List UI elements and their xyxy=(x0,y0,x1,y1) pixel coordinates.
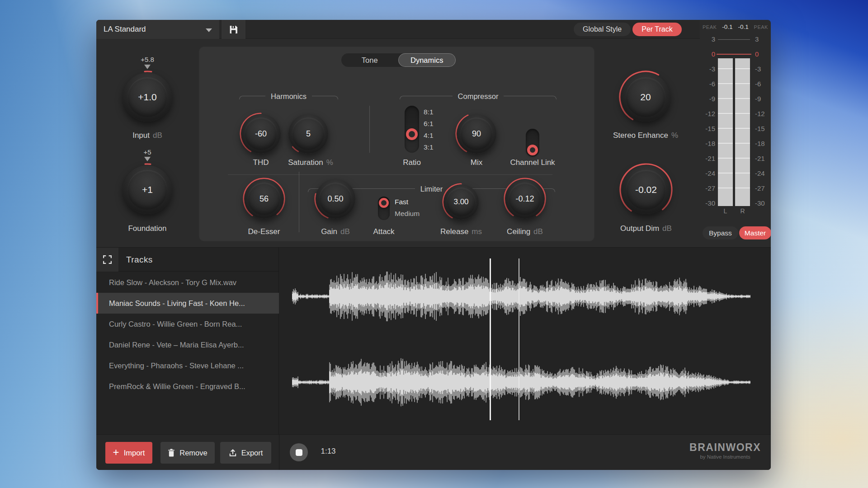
bypass-button[interactable]: Bypass xyxy=(703,226,738,239)
ratio-option[interactable]: 3:1 xyxy=(424,141,443,153)
peak-label-right: PEAK xyxy=(754,24,768,30)
attack-option-medium[interactable]: Medium xyxy=(395,210,420,218)
tab-dynamics[interactable]: Dynamics xyxy=(398,53,456,67)
ratio-option[interactable]: 8:1 xyxy=(424,106,443,118)
tracks-title: Tracks xyxy=(126,248,153,272)
tracks-header: Tracks xyxy=(96,248,279,272)
meter-bar-left xyxy=(718,58,733,206)
meter-scale-value: -30 xyxy=(755,196,769,211)
track-item[interactable]: Daniel Rene - Vete – Maria Elisa Ayerb..… xyxy=(96,334,279,355)
meter-plus3-line xyxy=(718,39,750,40)
row-separator xyxy=(228,174,552,175)
ratio-option[interactable]: 4:1 xyxy=(424,130,443,141)
floppy-disk-icon xyxy=(229,25,238,34)
release-value: 3.00 xyxy=(453,197,468,206)
output-meter: PEAK -0.1 -0.1 PEAK 30-3-6-9-12-15-18-21… xyxy=(700,20,771,247)
meter-zero-line xyxy=(717,54,751,55)
top-bar: LA Standard Global Style Per Track xyxy=(96,20,700,39)
expand-tracks-button[interactable] xyxy=(96,248,118,272)
brand-name: BRAINWORX xyxy=(689,441,761,454)
input-label: InputdB xyxy=(114,131,180,140)
thd-knob[interactable]: -60 xyxy=(239,112,283,156)
meter-channel-left: L xyxy=(718,207,733,215)
track-item[interactable]: PremRock & Willie Green - Engraved B... xyxy=(96,376,279,397)
ratio-option[interactable]: 6:1 xyxy=(424,118,443,130)
input-peak-value: +5.8 xyxy=(123,56,171,63)
track-item[interactable]: Curly Castro - Willie Green - Born Rea..… xyxy=(96,314,279,334)
channel-link-thumb[interactable] xyxy=(527,145,538,155)
attack-toggle[interactable] xyxy=(378,197,390,220)
meter-scale-value: -3 xyxy=(755,61,769,76)
tab-tone[interactable]: Tone xyxy=(341,53,398,67)
meter-bar-right xyxy=(735,58,750,206)
brand-byline: by Native Instruments xyxy=(689,454,761,460)
de-esser-label: De-Esser xyxy=(237,227,291,236)
global-style-label: Global Style xyxy=(583,25,622,33)
bypass-master-toggle: Bypass Master xyxy=(703,226,771,239)
ceiling-knob[interactable]: -0.12 xyxy=(503,177,547,221)
input-value: +1.0 xyxy=(138,92,156,103)
meter-scale-value: -18 xyxy=(701,136,715,151)
chevron-down-icon xyxy=(206,28,212,32)
gain-knob[interactable]: 0.50 xyxy=(313,177,358,221)
mix-value: 90 xyxy=(472,129,481,139)
per-track-button[interactable]: Per Track xyxy=(632,23,681,36)
ratio-slider-thumb[interactable] xyxy=(406,128,418,140)
thd-label: THD xyxy=(238,158,283,167)
meter-scale-value: -24 xyxy=(755,166,769,181)
meter-scale-value: 3 xyxy=(755,32,769,47)
track-item[interactable]: Maniac Sounds - Living Fast - Koen He... xyxy=(96,293,279,314)
meter-scale-value: -27 xyxy=(755,181,769,196)
meter-scale-value: -6 xyxy=(701,76,715,91)
stereo-enhance-label: Stereo Enhance% xyxy=(607,131,684,140)
ceiling-label: CeilingdB xyxy=(502,227,547,236)
thd-value: -60 xyxy=(255,129,267,139)
track-list: Ride Slow - Aleckson - Tory G Mix.wavMan… xyxy=(96,272,279,397)
attack-option-fast[interactable]: Fast xyxy=(395,198,408,206)
peak-value-right: -0.1 xyxy=(738,23,748,30)
track-item[interactable]: Everything - Pharaohs - Steve Lehane ... xyxy=(96,355,279,376)
channel-link-toggle[interactable] xyxy=(526,129,539,157)
waveform-display[interactable] xyxy=(279,248,771,435)
gain-value: 0.50 xyxy=(327,194,343,204)
stereo-enhance-value: 20 xyxy=(640,92,651,103)
ratio-slider[interactable] xyxy=(405,106,419,153)
foundation-peak-value: +5 xyxy=(123,148,171,156)
remove-button[interactable]: Remove xyxy=(160,442,215,464)
de-esser-limiter-divider xyxy=(299,172,299,232)
meter-scale-value: 0 xyxy=(701,47,715,61)
meter-scale-value: -27 xyxy=(701,181,715,196)
playback-time: 1:13 xyxy=(312,447,344,456)
meter-scale-value: -18 xyxy=(755,136,769,151)
meter-scale-value: -3 xyxy=(701,61,715,76)
meter-bars xyxy=(718,58,750,206)
output-dim-knob[interactable]: -0.02 xyxy=(618,162,674,217)
ratio-options: 8:16:14:13:1 xyxy=(424,106,443,153)
per-track-label: Per Track xyxy=(642,25,672,33)
foundation-knob[interactable]: +1 xyxy=(120,162,175,217)
de-esser-knob[interactable]: 56 xyxy=(242,177,286,221)
track-item[interactable]: Ride Slow - Aleckson - Tory G Mix.wav xyxy=(96,272,279,293)
stop-button[interactable] xyxy=(290,443,308,461)
save-preset-button[interactable] xyxy=(222,20,245,39)
saturation-knob[interactable]: 5 xyxy=(286,112,330,156)
gain-label: GaindB xyxy=(313,227,358,236)
foundation-peak-marker xyxy=(144,157,151,161)
import-button[interactable]: + Import xyxy=(105,442,152,464)
expand-icon xyxy=(103,255,112,264)
meter-scale-value: -21 xyxy=(755,151,769,166)
style-toggle: Global Style Per Track xyxy=(574,23,682,36)
peak-label-left: PEAK xyxy=(703,24,717,30)
master-button[interactable]: Master xyxy=(739,226,771,239)
foundation-value: +1 xyxy=(142,184,153,195)
release-knob[interactable]: 3.00 xyxy=(441,182,481,222)
brand-logo: BRAINWORX by Native Instruments xyxy=(689,441,761,460)
stereo-enhance-knob[interactable]: 20 xyxy=(618,70,673,125)
mix-knob[interactable]: 90 xyxy=(454,112,499,156)
input-knob[interactable]: +1.0 xyxy=(120,70,175,125)
global-style-button[interactable]: Global Style xyxy=(574,23,631,36)
attack-toggle-thumb[interactable] xyxy=(379,198,389,208)
preset-dropdown[interactable]: LA Standard xyxy=(96,20,219,39)
dynamics-panel: Tone Dynamics Harmonics -60 5 THD Satura… xyxy=(199,47,594,241)
export-button[interactable]: Export xyxy=(220,442,271,464)
